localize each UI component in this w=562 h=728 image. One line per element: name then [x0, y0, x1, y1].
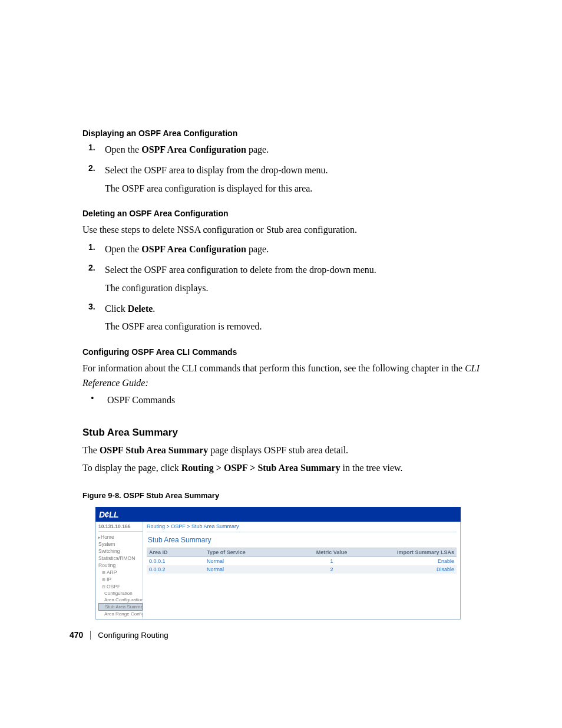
nav-ospf[interactable]: ⊟ OSPF [98, 583, 143, 590]
nav-statistics[interactable]: Statistics/RMON [98, 555, 143, 562]
list-text: OSPF Commands [107, 393, 175, 408]
text: in the tree view. [340, 463, 403, 473]
table-row: 0.0.0.1 Normal 1 Enable [147, 557, 457, 566]
cell-metric: 2 [288, 565, 375, 574]
heading-stub-area: Stub Area Summary [82, 427, 483, 439]
ip-address: 10.131.10.166 [98, 523, 143, 532]
nav-configuration[interactable]: Configuration [98, 590, 143, 597]
nav-area-config[interactable]: Area Configuration [98, 597, 143, 603]
cell-tos: Normal [204, 565, 288, 574]
bold-text: OSPF Area Configuration [141, 244, 246, 254]
cell-area-id: 0.0.0.1 [147, 557, 204, 566]
text: For information about the CLI commands t… [82, 363, 465, 373]
cell-area-id: 0.0.0.2 [147, 565, 204, 574]
nav-arp[interactable]: ⊞ ARP [98, 569, 143, 576]
text: The configuration displays. [105, 281, 376, 296]
bold-text: OSPF Stub Area Summary [100, 445, 208, 455]
app-body: 10.131.10.166 ▸Home System Switching Sta… [95, 522, 461, 620]
nav-system[interactable]: System [98, 541, 143, 548]
list-text: Select the OSPF area to display from the… [105, 163, 328, 196]
nav-home[interactable]: ▸Home [98, 533, 143, 541]
text: Open the [105, 244, 141, 254]
footer-divider [90, 631, 91, 640]
list-text: Open the OSPF Area Configuration page. [105, 143, 269, 157]
cell-import: Disable [375, 565, 457, 574]
th-tos: Type of Service [204, 548, 288, 557]
text: Open the [105, 144, 141, 154]
panel-title: Stub Area Summary [147, 532, 457, 548]
page-number: 470 [70, 630, 83, 640]
text: Select the OSPF area configuration to de… [105, 263, 376, 278]
main-panel: Routing > OSPF > Stub Area Summary Stub … [143, 522, 460, 619]
page-content: Displaying an OSPF Area Configuration 1.… [82, 129, 483, 620]
list-text: Click Delete. The OSPF area configuratio… [105, 302, 262, 335]
th-import: Import Summary LSAs [375, 548, 457, 557]
text: The OSPF area configuration is removed. [105, 319, 262, 334]
table-row: 0.0.0.2 Normal 2 Disable [147, 565, 457, 574]
th-metric: Metric Value [288, 548, 375, 557]
footer-section: Configuring Routing [98, 631, 168, 640]
nav-area-range[interactable]: Area Range Configu [98, 611, 143, 617]
cell-metric: 1 [288, 557, 375, 566]
cell-import: Enable [375, 557, 457, 566]
breadcrumb: Routing > OSPF > Stub Area Summary [147, 523, 457, 532]
list-number: 1. [82, 143, 105, 160]
paragraph: For information about the CLI commands t… [82, 361, 483, 391]
list-number: 2. [82, 163, 105, 199]
bold-text: OSPF Area Configuration [141, 144, 246, 154]
list-number: 3. [82, 302, 105, 337]
bullet-icon: • [82, 393, 107, 410]
heading-cli-commands: Configuring OSPF Area CLI Commands [82, 347, 483, 357]
nav-switching[interactable]: Switching [98, 548, 143, 555]
cell-tos: Normal [204, 557, 288, 566]
paragraph: To display the page, click Routing > OSP… [82, 461, 483, 476]
heading-delete-ospf: Deleting an OSPF Area Configuration [82, 209, 483, 218]
list-number: 1. [82, 242, 105, 259]
list-text: Select the OSPF area configuration to de… [105, 263, 376, 296]
nav-ip[interactable]: ⊞ IP [98, 576, 143, 583]
unordered-list: • OSPF Commands [82, 393, 483, 410]
sidebar: 10.131.10.166 ▸Home System Switching Sta… [96, 522, 143, 619]
ordered-list: 1. Open the OSPF Area Configuration page… [82, 143, 483, 198]
th-area-id: Area ID [147, 548, 204, 557]
nav-stub-area[interactable]: Stub Area Summary [98, 603, 143, 611]
list-text: Open the OSPF Area Configuration page. [105, 242, 269, 257]
text: Select the OSPF area to display from the… [105, 163, 328, 178]
bold-text: Routing > OSPF > Stub Area Summary [181, 463, 340, 473]
stub-area-table: Area ID Type of Service Metric Value Imp… [147, 548, 457, 574]
text: To display the page, click [82, 463, 181, 473]
text: . [153, 304, 155, 314]
text: page. [246, 244, 269, 254]
text: The OSPF area configuration is displayed… [105, 182, 328, 196]
table-header-row: Area ID Type of Service Metric Value Imp… [147, 548, 457, 557]
dell-logo: D¢LL [99, 510, 118, 519]
text: Click [105, 304, 128, 314]
paragraph: Use these steps to delete NSSA configura… [82, 223, 483, 238]
bold-text: Delete [128, 304, 153, 314]
heading-display-ospf: Displaying an OSPF Area Configuration [82, 129, 483, 138]
nav-routing[interactable]: Routing [98, 562, 143, 569]
list-number: 2. [82, 263, 105, 298]
paragraph: The OSPF Stub Area Summary page displays… [82, 443, 483, 458]
text: page displays OSPF stub area detail. [208, 445, 348, 455]
screenshot-ospf-stub-area: D¢LL 10.131.10.166 ▸Home System Switchin… [95, 507, 461, 620]
page-footer: 470 Configuring Routing [70, 630, 168, 640]
ordered-list: 1. Open the OSPF Area Configuration page… [82, 242, 483, 337]
figure-caption: Figure 9-8. OSPF Stub Area Summary [82, 491, 483, 500]
app-topbar: D¢LL [95, 507, 461, 522]
text: page. [246, 144, 269, 154]
text: The [82, 445, 100, 455]
